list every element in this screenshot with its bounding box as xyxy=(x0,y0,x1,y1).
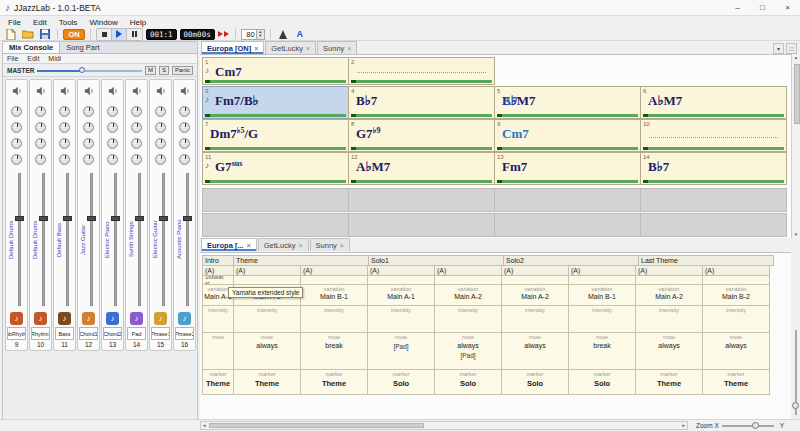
song-part-column[interactable]: (A) variationMain B-2 intensity mutealwa… xyxy=(702,266,770,395)
channel-name[interactable]: Pad xyxy=(127,327,146,340)
tab-getlucky[interactable]: GetLucky× xyxy=(265,41,316,54)
minimize-button[interactable]: – xyxy=(725,0,750,15)
scrollbar-thumb[interactable] xyxy=(794,64,800,124)
rp-marker-cell[interactable]: markerTheme xyxy=(702,369,770,395)
rp-marker-cell[interactable]: markerSolo xyxy=(434,369,502,395)
rp-marker-cell[interactable]: markerSolo xyxy=(568,369,636,395)
song-part-column[interactable]: (A) variationMain A-2 intensity mutealwa… xyxy=(233,266,301,395)
reverb-knob[interactable] xyxy=(59,122,70,133)
tab-europa-structure[interactable]: Europa [...× xyxy=(201,238,257,251)
rp-variation-cell[interactable]: variationMain B-1 xyxy=(300,284,368,306)
leadsheet-bar[interactable]: 12 A♭M7 xyxy=(348,152,495,185)
tempo-spinner[interactable]: 80 ▲ ▼ xyxy=(241,29,265,40)
chord-symbol[interactable]: G7♭9 xyxy=(356,126,380,142)
click-metronome-icon[interactable] xyxy=(276,28,290,40)
rp-marker-cell[interactable]: markerSolo xyxy=(501,369,569,395)
close-button[interactable]: × xyxy=(775,0,800,15)
rp-mute-cell[interactable]: mutealways xyxy=(635,332,703,370)
leadsheet-bar[interactable]: 13 Fm7 xyxy=(494,152,641,185)
rp-variation-cell[interactable]: variationMain A-2 xyxy=(635,284,703,306)
song-part-column[interactable]: (A) variationMain B-1 intensity mutebrea… xyxy=(568,266,636,395)
chorus-knob[interactable] xyxy=(155,138,166,149)
rp-mute-cell[interactable]: mute xyxy=(202,332,234,370)
reverb-knob[interactable] xyxy=(131,122,142,133)
chord-symbol[interactable]: Cm7 xyxy=(502,126,529,142)
tab-sunny[interactable]: Sunny× xyxy=(317,41,357,54)
menu-tools[interactable]: Tools xyxy=(54,18,83,27)
chord-leadsheet-editor[interactable]: 1 ♪ Cm7 2 3 ♪ Fm7/B♭ 4 B♭7 5 E♭M7 A7 xyxy=(200,54,791,238)
leadsheet-bar[interactable]: 7 Dm7♭5/G xyxy=(202,119,349,152)
rp-marker-cell[interactable]: markerSolo xyxy=(367,369,435,395)
reverb-knob[interactable] xyxy=(35,122,46,133)
chorus-knob[interactable] xyxy=(179,138,190,149)
playback-point-icon[interactable] xyxy=(218,31,230,37)
rp-variation-cell[interactable]: variationMain A-2 xyxy=(434,284,502,306)
volume-knob[interactable] xyxy=(155,154,166,165)
rp-marker-cell[interactable]: markerTheme xyxy=(202,369,234,395)
speaker-icon[interactable] xyxy=(132,82,142,100)
tab-europa[interactable]: Europa [ON]× xyxy=(201,41,264,54)
chord-symbol[interactable]: B♭7 xyxy=(356,93,377,109)
rp-intensity-cell[interactable]: intensity xyxy=(434,305,502,333)
reverb-knob[interactable] xyxy=(83,122,94,133)
song-part-column[interactable]: (A) variationMain A-2 intensity mutealwa… xyxy=(434,266,502,395)
play-button[interactable] xyxy=(112,29,127,40)
rp-intensity-cell[interactable]: intensity xyxy=(202,305,234,333)
channel-name[interactable]: Chord1 xyxy=(79,327,98,340)
rp-mute-cell[interactable]: mutebreak xyxy=(568,332,636,370)
new-song-icon[interactable] xyxy=(4,28,18,40)
leadsheet-bar[interactable]: 9 Cm7 xyxy=(494,119,641,152)
rp-mute-cell[interactable]: mutealways xyxy=(501,332,569,370)
leadsheet-bar[interactable]: 5 E♭M7 A7 xyxy=(494,86,641,119)
rp-mute-cell[interactable]: mutebreak xyxy=(300,332,368,370)
volume-fader[interactable] xyxy=(186,173,189,306)
volume-knob[interactable] xyxy=(83,154,94,165)
rp-intensity-cell[interactable]: intensity xyxy=(702,305,770,333)
rp-marker-cell[interactable]: markerTheme xyxy=(233,369,301,395)
close-tab-icon[interactable]: × xyxy=(340,242,344,249)
rp-intensity-cell[interactable]: intensity xyxy=(635,305,703,333)
volume-fader[interactable] xyxy=(18,173,21,306)
scroll-up-icon[interactable]: ▲ xyxy=(794,55,798,60)
rp-variation-cell[interactable]: variationMain A-2 xyxy=(501,284,569,306)
leadsheet-bar[interactable]: 6 A♭M7 xyxy=(640,86,787,119)
volume-knob[interactable] xyxy=(59,154,70,165)
panic-button[interactable]: Panic xyxy=(172,66,193,75)
font-size-icon[interactable]: A xyxy=(293,28,307,40)
leadsheet-bar[interactable]: 8 G7♭9 xyxy=(348,119,495,152)
pan-knob[interactable] xyxy=(11,106,22,117)
pan-knob[interactable] xyxy=(179,106,190,117)
channel-name[interactable]: SubRhythm xyxy=(7,327,26,340)
leadsheet-bar[interactable]: 14 B♭7 xyxy=(640,152,787,185)
channel-name[interactable]: Chord2 xyxy=(103,327,122,340)
tempo-down-icon[interactable]: ▼ xyxy=(257,34,264,38)
chord-symbol[interactable]: Cm7 xyxy=(215,64,242,80)
volume-knob[interactable] xyxy=(179,154,190,165)
speaker-icon[interactable] xyxy=(84,82,94,100)
volume-fader[interactable] xyxy=(162,173,165,306)
maximize-view-icon[interactable]: □ xyxy=(786,43,797,54)
chorus-knob[interactable] xyxy=(131,138,142,149)
close-tab-icon[interactable]: × xyxy=(254,45,258,52)
active-song-on-button[interactable]: ON xyxy=(63,29,85,40)
chorus-knob[interactable] xyxy=(35,138,46,149)
pan-knob[interactable] xyxy=(59,106,70,117)
master-volume-slider[interactable] xyxy=(37,67,142,74)
rp-intensity-cell[interactable]: intensity xyxy=(300,305,368,333)
chord-symbol[interactable]: Dm7♭5/G xyxy=(210,126,258,142)
leadsheet-vertical-scrollbar[interactable]: ▲ ▼ xyxy=(791,54,800,238)
volume-fader[interactable] xyxy=(42,173,45,306)
chorus-knob[interactable] xyxy=(107,138,118,149)
speaker-icon[interactable] xyxy=(60,82,70,100)
close-tab-icon[interactable]: × xyxy=(298,242,302,249)
rp-intensity-cell[interactable]: intensity xyxy=(233,305,301,333)
pan-knob[interactable] xyxy=(83,106,94,117)
rp-intensity-cell[interactable]: intensity xyxy=(501,305,569,333)
reverb-knob[interactable] xyxy=(155,122,166,133)
volume-fader[interactable] xyxy=(138,173,141,306)
chord-symbol[interactable]: Fm7 xyxy=(502,159,527,175)
tab-mix-console[interactable]: Mix Console xyxy=(3,42,60,53)
speaker-icon[interactable] xyxy=(156,82,166,100)
channel-name[interactable]: Rhythm xyxy=(31,327,50,340)
mix-menu-edit[interactable]: Edit xyxy=(27,55,39,62)
